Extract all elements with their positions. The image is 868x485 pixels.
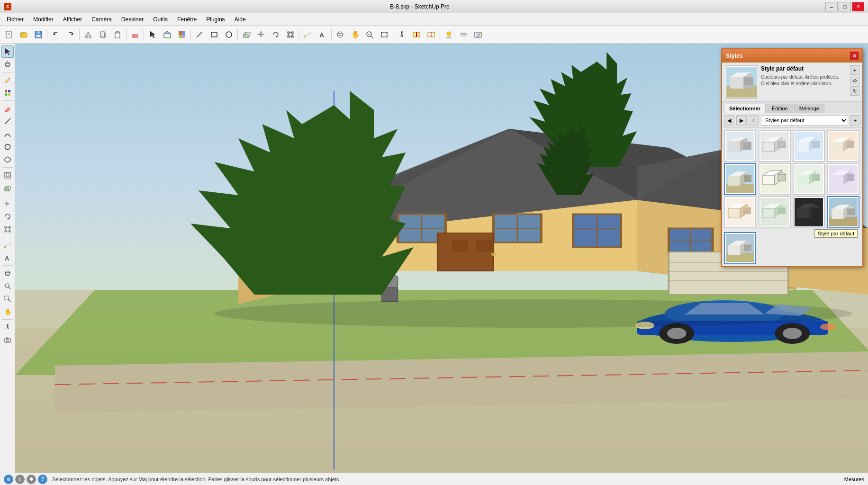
style-thumb-1[interactable] bbox=[724, 130, 756, 162]
style-thumb-9[interactable] bbox=[724, 196, 756, 228]
tool-zoom-window[interactable] bbox=[1, 293, 14, 305]
tb-redo[interactable] bbox=[63, 27, 78, 42]
tab-edition[interactable]: Édition bbox=[767, 104, 793, 113]
tb-move[interactable]: ✛ bbox=[254, 27, 268, 42]
style-folder-select[interactable]: Styles par défaut Assorted Styles Color … bbox=[761, 115, 848, 126]
tb-circle[interactable] bbox=[222, 27, 236, 42]
tool-rotate-view[interactable] bbox=[1, 58, 14, 71]
style-thumb-5[interactable] bbox=[724, 163, 756, 195]
style-thumb-6[interactable] bbox=[759, 163, 791, 195]
svg-rect-29 bbox=[244, 34, 248, 37]
styles-panel-close[interactable]: ✕ bbox=[850, 52, 859, 60]
tb-push-pull[interactable] bbox=[239, 27, 253, 42]
tb-open[interactable] bbox=[17, 27, 31, 42]
tool-eraser[interactable] bbox=[1, 102, 14, 115]
folder-home[interactable]: ⌂ bbox=[749, 115, 759, 126]
tb-components[interactable] bbox=[160, 27, 174, 42]
tb-orbit[interactable] bbox=[333, 27, 347, 42]
tool-pan[interactable]: ✋ bbox=[1, 305, 14, 318]
svg-marker-8 bbox=[71, 33, 73, 35]
tb-save[interactable] bbox=[31, 27, 45, 42]
style-thumb-4[interactable] bbox=[827, 130, 859, 162]
maximize-button[interactable]: □ bbox=[839, 2, 851, 11]
menu-fenetre[interactable]: Fenêtre bbox=[172, 15, 201, 24]
style-thumb-11[interactable] bbox=[793, 196, 825, 228]
style-thumb-13[interactable] bbox=[724, 232, 756, 264]
folder-forward[interactable]: ▶ bbox=[736, 115, 747, 126]
tool-move[interactable]: ✛ bbox=[1, 198, 14, 210]
menu-dessiner[interactable]: Dessiner bbox=[117, 15, 148, 24]
tb-zoom-extents[interactable] bbox=[377, 27, 391, 42]
tb-rotate[interactable] bbox=[269, 27, 283, 42]
tool-scale[interactable] bbox=[1, 223, 14, 235]
menu-modifier[interactable]: Modifier bbox=[28, 15, 58, 24]
tb-fog[interactable] bbox=[456, 27, 470, 42]
style-thumb-3[interactable] bbox=[793, 130, 825, 162]
tool-arc[interactable] bbox=[1, 128, 14, 140]
svg-rect-177 bbox=[728, 141, 740, 152]
style-folder-bar: ◀ ▶ ⌂ Styles par défaut Assorted Styles … bbox=[722, 113, 862, 128]
tb-cut[interactable] bbox=[81, 27, 95, 42]
tool-tape-measure[interactable] bbox=[1, 239, 14, 251]
tb-tape[interactable] bbox=[301, 27, 315, 42]
tool-orbit[interactable] bbox=[1, 267, 14, 279]
tb-walk[interactable] bbox=[395, 27, 409, 42]
tool-pencil[interactable] bbox=[1, 74, 14, 86]
style-thumb-10[interactable] bbox=[759, 196, 791, 228]
tool-text[interactable]: A bbox=[1, 251, 14, 264]
tab-melange[interactable]: Mélange bbox=[794, 104, 824, 113]
tool-line[interactable] bbox=[1, 115, 14, 127]
svg-rect-17 bbox=[132, 35, 138, 37]
info-icon[interactable]: i bbox=[15, 475, 25, 484]
tool-paint[interactable] bbox=[1, 87, 14, 99]
style-options[interactable]: ⚙ bbox=[850, 76, 859, 85]
tool-offset[interactable] bbox=[1, 169, 14, 181]
tab-selectionner[interactable]: Sélectionner bbox=[724, 104, 766, 113]
tool-circle[interactable] bbox=[1, 141, 14, 153]
tool-push-pull[interactable] bbox=[1, 182, 14, 194]
tb-pan[interactable]: ✋ bbox=[348, 27, 362, 42]
tb-match-photo[interactable] bbox=[471, 27, 485, 42]
tool-polygon[interactable] bbox=[1, 153, 14, 166]
instructor-icon[interactable]: ✱ bbox=[27, 475, 36, 484]
tb-section-show[interactable] bbox=[424, 27, 438, 42]
menu-plugins[interactable]: Plugins bbox=[201, 15, 229, 24]
tool-zoom[interactable] bbox=[1, 280, 14, 292]
folder-add[interactable]: + bbox=[850, 115, 860, 126]
tool-advanced-camera[interactable] bbox=[1, 334, 14, 346]
style-thumb-2[interactable] bbox=[759, 130, 791, 162]
tb-shadows[interactable] bbox=[442, 27, 456, 42]
minimize-button[interactable]: – bbox=[825, 2, 838, 11]
style-thumb-12[interactable] bbox=[827, 196, 859, 228]
tool-walk[interactable] bbox=[1, 321, 14, 333]
viewport[interactable]: Styles ✕ bbox=[15, 44, 868, 473]
tb-copy[interactable] bbox=[96, 27, 110, 42]
tb-text[interactable]: A bbox=[316, 27, 330, 42]
tb-scale[interactable] bbox=[283, 27, 298, 42]
tb-rect[interactable] bbox=[207, 27, 221, 42]
tb-zoom[interactable]: + bbox=[362, 27, 377, 42]
style-update[interactable]: ↻ bbox=[850, 86, 859, 96]
tb-paste[interactable] bbox=[110, 27, 125, 42]
menu-camera[interactable]: Caméra bbox=[87, 15, 117, 24]
folder-back[interactable]: ◀ bbox=[724, 115, 734, 126]
tb-paint[interactable] bbox=[175, 27, 189, 42]
tb-new[interactable] bbox=[2, 27, 16, 42]
tool-rotate[interactable] bbox=[1, 210, 14, 223]
style-create-new[interactable]: + bbox=[850, 65, 859, 75]
close-button[interactable]: ✕ bbox=[852, 2, 864, 11]
tb-section[interactable] bbox=[409, 27, 424, 42]
tb-erase[interactable] bbox=[128, 27, 142, 42]
menu-fichier[interactable]: Fichier bbox=[2, 15, 28, 24]
style-thumb-8[interactable] bbox=[827, 163, 859, 195]
menu-aide[interactable]: Aide bbox=[230, 15, 251, 24]
menu-afficher[interactable]: Afficher bbox=[58, 15, 87, 24]
tb-undo[interactable] bbox=[49, 27, 63, 42]
style-thumb-7[interactable] bbox=[793, 163, 825, 195]
geo-location-icon[interactable]: ⊕ bbox=[4, 475, 13, 484]
menu-outils[interactable]: Outils bbox=[148, 15, 172, 24]
help-icon[interactable]: ? bbox=[38, 475, 47, 484]
tool-select[interactable] bbox=[1, 45, 14, 58]
tb-select[interactable] bbox=[145, 27, 160, 42]
tb-line[interactable] bbox=[192, 27, 207, 42]
